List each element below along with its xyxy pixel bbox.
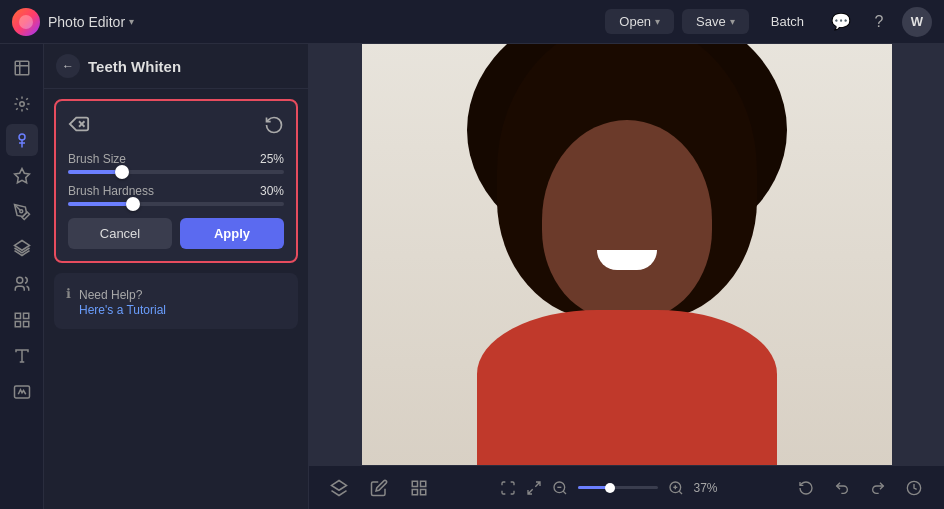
photo-canvas[interactable]	[362, 44, 892, 465]
brush-hardness-fill	[68, 202, 133, 206]
brush-hardness-label: Brush Hardness	[68, 184, 154, 198]
batch-button[interactable]: Batch	[757, 9, 818, 34]
app-name-chevron-icon[interactable]: ▾	[129, 16, 134, 27]
svg-line-27	[679, 491, 682, 494]
brush-hardness-thumb[interactable]	[126, 197, 140, 211]
sidebar-crop-icon[interactable]	[6, 52, 38, 84]
svg-line-24	[563, 491, 566, 494]
zoom-value: 37%	[694, 481, 726, 495]
grid-icon-btn[interactable]	[405, 474, 433, 502]
panel: ← Teeth Whiten	[44, 44, 309, 509]
help-link[interactable]: Here's a Tutorial	[79, 303, 166, 317]
icon-sidebar	[0, 44, 44, 509]
brush-size-label: Brush Size	[68, 152, 126, 166]
redo-button[interactable]	[864, 474, 892, 502]
comment-button[interactable]: 💬	[826, 7, 856, 37]
sidebar-people-icon[interactable]	[6, 268, 38, 300]
sidebar-brush-icon[interactable]	[6, 196, 38, 228]
svg-rect-11	[23, 322, 28, 327]
open-button[interactable]: Open ▾	[605, 9, 674, 34]
brush-size-slider[interactable]	[68, 170, 284, 174]
svg-marker-5	[14, 169, 29, 183]
header-actions: Open ▾ Save ▾ Batch 💬 ? W	[605, 7, 932, 37]
svg-rect-0	[15, 61, 29, 75]
app-header: Photo Editor ▾ Open ▾ Save ▾ Batch 💬 ? W	[0, 0, 944, 44]
zoom-slider[interactable]	[578, 486, 658, 489]
fit-screen-button[interactable]	[526, 480, 542, 496]
fullscreen-button[interactable]	[500, 480, 516, 496]
teeth-whiten-card: Brush Size 25% Brush Hardness 30%	[54, 99, 298, 263]
sidebar-filter-icon[interactable]	[6, 160, 38, 192]
zoom-controls: 37%	[500, 480, 726, 496]
svg-rect-10	[23, 313, 28, 318]
teeth-card-buttons: Cancel Apply	[68, 218, 284, 249]
cancel-button[interactable]: Cancel	[68, 218, 172, 249]
info-icon: ℹ	[66, 286, 71, 301]
bottom-right-icons	[792, 474, 928, 502]
svg-rect-21	[421, 489, 426, 494]
svg-point-4	[19, 134, 25, 140]
sidebar-watermark-icon[interactable]	[6, 376, 38, 408]
svg-rect-12	[15, 322, 20, 327]
apply-button[interactable]: Apply	[180, 218, 284, 249]
bottom-toolbar: 37%	[309, 465, 944, 509]
bottom-left-icons	[325, 474, 433, 502]
svg-rect-9	[15, 313, 20, 318]
brush-size-value: 25%	[260, 152, 284, 166]
open-chevron-icon: ▾	[655, 16, 660, 27]
brush-hardness-slider[interactable]	[68, 202, 284, 206]
avatar[interactable]: W	[902, 7, 932, 37]
sidebar-adjust-icon[interactable]	[6, 88, 38, 120]
help-button[interactable]: ?	[864, 7, 894, 37]
main-body: ← Teeth Whiten	[0, 44, 944, 509]
brush-erase-icon	[68, 113, 90, 140]
rotate-icon-btn[interactable]	[792, 474, 820, 502]
image-container	[309, 44, 944, 465]
panel-header: ← Teeth Whiten	[44, 44, 308, 89]
zoom-in-button[interactable]	[668, 480, 684, 496]
svg-point-8	[16, 277, 22, 283]
zoom-out-button[interactable]	[552, 480, 568, 496]
teeth-card-top-row	[68, 113, 284, 140]
back-button[interactable]: ←	[56, 54, 80, 78]
brush-hardness-group: Brush Hardness 30%	[68, 184, 284, 206]
help-section: ℹ Need Help? Here's a Tutorial	[54, 273, 298, 329]
help-title: Need Help?	[79, 288, 142, 302]
layers-icon-btn[interactable]	[325, 474, 353, 502]
sidebar-layers-icon[interactable]	[6, 232, 38, 264]
edit-icon-btn[interactable]	[365, 474, 393, 502]
sidebar-effects-icon[interactable]	[6, 304, 38, 336]
brush-size-thumb[interactable]	[115, 165, 129, 179]
history-button[interactable]	[900, 474, 928, 502]
svg-point-6	[19, 210, 22, 213]
save-button[interactable]: Save ▾	[682, 9, 749, 34]
svg-marker-18	[332, 480, 347, 490]
svg-rect-20	[421, 481, 426, 486]
reset-icon[interactable]	[264, 115, 284, 139]
svg-rect-19	[412, 481, 417, 486]
save-chevron-icon: ▾	[730, 16, 735, 27]
brush-size-group: Brush Size 25%	[68, 152, 284, 174]
sidebar-text-icon[interactable]	[6, 340, 38, 372]
sidebar-retouch-icon[interactable]	[6, 124, 38, 156]
zoom-slider-thumb[interactable]	[605, 483, 615, 493]
brush-hardness-value: 30%	[260, 184, 284, 198]
undo-button[interactable]	[828, 474, 856, 502]
image-area: 37%	[309, 44, 944, 509]
svg-point-3	[19, 102, 24, 107]
panel-title: Teeth Whiten	[88, 58, 181, 75]
app-name: Photo Editor	[48, 14, 125, 30]
brush-size-fill	[68, 170, 122, 174]
app-logo	[12, 8, 40, 36]
svg-rect-22	[412, 489, 417, 494]
